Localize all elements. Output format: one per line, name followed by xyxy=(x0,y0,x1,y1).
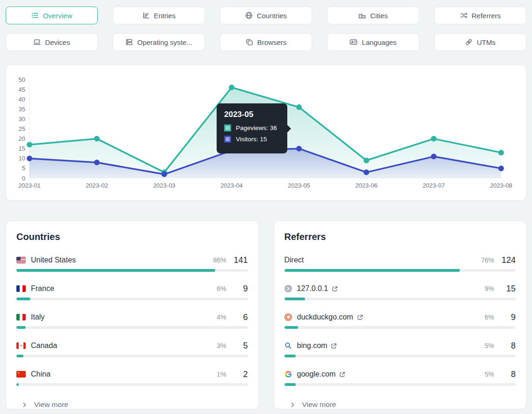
referrer-row: 127.0.0.1 9% 15 xyxy=(284,284,516,300)
svg-text:40: 40 xyxy=(19,96,25,103)
tab-languages[interactable]: Languages xyxy=(327,33,419,51)
tooltip-pageviews-row: Pageviews: 36 xyxy=(224,124,281,131)
tab-operating-systems[interactable]: Operating syste... xyxy=(113,33,205,51)
referrer-count: 15 xyxy=(502,284,516,294)
referrer-row: duckduckgo.com 6% 9 xyxy=(284,312,516,329)
country-row: China 1% 2 xyxy=(16,370,248,386)
tab-devices[interactable]: Devices xyxy=(6,33,98,51)
svg-text:2023-08: 2023-08 xyxy=(490,182,512,189)
referrer-percent: 6% xyxy=(485,313,494,321)
progress-track xyxy=(16,326,248,329)
referrer-name: Direct xyxy=(284,256,304,264)
bar-chart-icon xyxy=(142,12,150,19)
view-more-label: View more xyxy=(302,400,336,409)
countries-view-more-button[interactable]: View more xyxy=(16,400,68,409)
svg-text:10: 10 xyxy=(19,155,25,162)
tab-label: UTMs xyxy=(477,38,496,46)
country-count: 9 xyxy=(234,284,248,294)
progress-track xyxy=(284,269,516,272)
svg-text:2023-07: 2023-07 xyxy=(423,182,445,189)
tab-overview[interactable]: Overview xyxy=(6,7,98,24)
referrer-percent: 9% xyxy=(485,285,494,292)
svg-text:20: 20 xyxy=(19,135,25,142)
referrer-count: 9 xyxy=(502,312,516,322)
referrer-name: duckduckgo.com xyxy=(297,313,353,321)
fr-flag-icon xyxy=(16,285,26,292)
country-percent: 86% xyxy=(213,256,226,264)
building-icon xyxy=(358,12,366,19)
svg-text:2023-05: 2023-05 xyxy=(288,182,310,189)
external-link-icon[interactable] xyxy=(339,371,345,378)
progress-fill xyxy=(16,269,215,272)
tab-entries[interactable]: Entries xyxy=(113,7,205,24)
external-link-icon[interactable] xyxy=(357,314,363,320)
progress-fill xyxy=(16,298,30,300)
cn-flag-icon xyxy=(16,371,26,378)
progress-fill xyxy=(284,269,460,272)
progress-track xyxy=(16,383,248,386)
tab-label: Operating syste... xyxy=(137,38,192,46)
link-icon xyxy=(465,38,473,46)
traffic-chart-card: 051015202530354045502023-012023-022023-0… xyxy=(6,65,526,201)
referrer-row: Direct 76% 124 xyxy=(284,255,516,272)
progress-track xyxy=(284,383,516,386)
progress-track xyxy=(16,355,248,357)
pageviews-legend-swatch xyxy=(224,124,231,131)
country-percent: 6% xyxy=(217,285,226,292)
referrer-count: 124 xyxy=(502,255,516,265)
chevron-right-icon xyxy=(290,402,295,407)
referrers-view-more-button[interactable]: View more xyxy=(284,400,336,409)
tab-utms[interactable]: UTMs xyxy=(434,33,526,51)
tab-countries[interactable]: Countries xyxy=(220,7,312,24)
country-percent: 1% xyxy=(217,370,226,378)
external-link-icon[interactable] xyxy=(332,286,338,292)
referrers-card: Referrers Direct 76% 124 127.0.0.1 xyxy=(274,221,527,409)
svg-text:50: 50 xyxy=(19,76,25,83)
referrers-card-title: Referrers xyxy=(284,232,516,242)
referrer-percent: 5% xyxy=(485,370,494,378)
view-tabs: Overview Entries Countries Cities xyxy=(6,7,526,51)
svg-text:0: 0 xyxy=(22,175,25,182)
country-name: France xyxy=(31,284,54,293)
progress-track xyxy=(284,326,516,329)
country-row: Canada 3% 5 xyxy=(16,341,248,357)
progress-track xyxy=(16,298,248,300)
progress-fill xyxy=(284,383,296,386)
svg-text:2023-03: 2023-03 xyxy=(153,182,175,189)
svg-text:45: 45 xyxy=(19,86,25,93)
tooltip-visitors-row: Visitors: 15 xyxy=(224,136,281,143)
referrer-percent: 5% xyxy=(485,342,494,349)
svg-text:15: 15 xyxy=(19,145,25,152)
referrer-count: 8 xyxy=(502,341,516,351)
translate-icon xyxy=(350,38,357,46)
country-row: United States 86% 141 xyxy=(16,255,248,272)
referrer-row: google.com 5% 8 xyxy=(284,370,516,386)
referrer-percent: 76% xyxy=(481,256,494,264)
tab-label: Cities xyxy=(370,12,388,20)
progress-fill xyxy=(16,326,26,329)
progress-fill xyxy=(16,383,19,386)
tab-browsers[interactable]: Browsers xyxy=(220,33,312,51)
tooltip-visitors-value: Visitors: 15 xyxy=(236,136,267,143)
external-link-icon[interactable] xyxy=(331,343,337,349)
list-icon xyxy=(31,12,39,19)
country-count: 141 xyxy=(233,255,248,265)
tab-label: Languages xyxy=(362,38,396,46)
progress-fill xyxy=(284,298,306,300)
tab-cities[interactable]: Cities xyxy=(327,7,419,24)
country-count: 6 xyxy=(234,312,248,322)
ca-flag-icon xyxy=(16,342,26,349)
tab-label: Referrers xyxy=(472,12,501,20)
progress-track xyxy=(16,269,248,272)
svg-text:2023-06: 2023-06 xyxy=(355,182,378,189)
tab-referrers[interactable]: Referrers xyxy=(434,7,526,24)
referrer-name: 127.0.0.1 xyxy=(297,284,328,293)
bing-favicon xyxy=(284,342,292,349)
country-name: China xyxy=(31,370,51,378)
tooltip-title: 2023-05 xyxy=(224,110,281,119)
server-icon xyxy=(125,38,133,46)
progress-fill xyxy=(284,355,296,357)
view-more-label: View more xyxy=(34,400,68,409)
country-count: 5 xyxy=(234,341,248,351)
country-percent: 3% xyxy=(217,342,226,349)
